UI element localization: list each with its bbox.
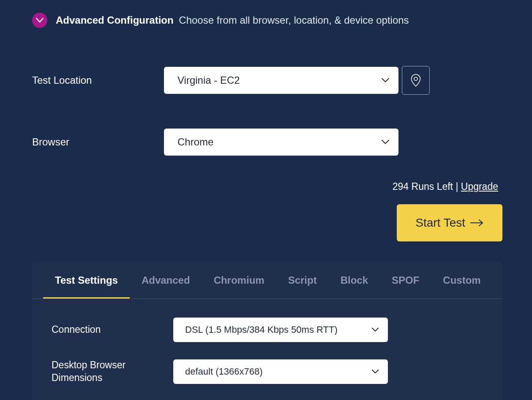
test-location-row: Test Location Virginia - EC2 [32, 66, 502, 95]
location-pin-icon [411, 74, 421, 87]
location-picker-button[interactable] [402, 66, 430, 95]
tab-script[interactable]: Script [276, 262, 329, 299]
upgrade-link[interactable]: Upgrade [461, 181, 498, 192]
tabs-bar: Test Settings Advanced Chromium Script B… [32, 262, 502, 299]
connection-select[interactable]: DSL (1.5 Mbps/384 Kbps 50ms RTT) [173, 318, 388, 342]
header-title: Advanced Configuration [56, 14, 174, 26]
dimensions-select[interactable]: default (1366x768) [173, 359, 388, 384]
tab-advanced[interactable]: Advanced [130, 262, 202, 299]
browser-select[interactable]: Chrome [164, 129, 398, 156]
connection-value: DSL (1.5 Mbps/384 Kbps 50ms RTT) [185, 324, 338, 335]
chevron-down-icon [382, 140, 389, 145]
chevron-down-icon [382, 78, 389, 83]
svg-point-0 [414, 77, 417, 81]
arrow-right-icon [470, 219, 484, 226]
tab-test-settings[interactable]: Test Settings [43, 262, 130, 299]
dimensions-row: Desktop Browser Dimensions default (1366… [52, 351, 483, 393]
runs-count: 294 Runs Left [393, 181, 453, 192]
tab-chromium[interactable]: Chromium [202, 262, 276, 299]
start-test-label: Start Test [415, 216, 465, 230]
header-subtitle: Choose from all browser, location, & dev… [179, 14, 409, 26]
test-location-value: Virginia - EC2 [177, 74, 240, 86]
test-location-select[interactable]: Virginia - EC2 [164, 67, 398, 94]
tab-custom[interactable]: Custom [431, 262, 492, 299]
browser-row: Browser Chrome [32, 129, 502, 156]
runs-remaining: 294 Runs Left | Upgrade [32, 181, 502, 192]
tab-block[interactable]: Block [329, 262, 380, 299]
browser-value: Chrome [177, 136, 213, 148]
collapse-toggle[interactable] [32, 13, 47, 28]
browser-label: Browser [32, 136, 164, 148]
connection-label: Connection [52, 323, 173, 336]
connection-row: Connection DSL (1.5 Mbps/384 Kbps 50ms R… [52, 309, 483, 351]
chevron-down-icon [372, 328, 379, 332]
test-location-label: Test Location [32, 74, 164, 86]
advanced-config-header: Advanced Configuration Choose from all b… [32, 13, 502, 28]
tab-spof[interactable]: SPOF [380, 262, 431, 299]
settings-panel: Test Settings Advanced Chromium Script B… [32, 262, 502, 400]
dimensions-value: default (1366x768) [185, 366, 262, 377]
chevron-down-icon [372, 370, 379, 374]
chevron-down-icon [36, 18, 44, 23]
start-test-button[interactable]: Start Test [397, 204, 502, 241]
runs-separator: | [453, 181, 461, 192]
dimensions-label: Desktop Browser Dimensions [52, 359, 173, 384]
